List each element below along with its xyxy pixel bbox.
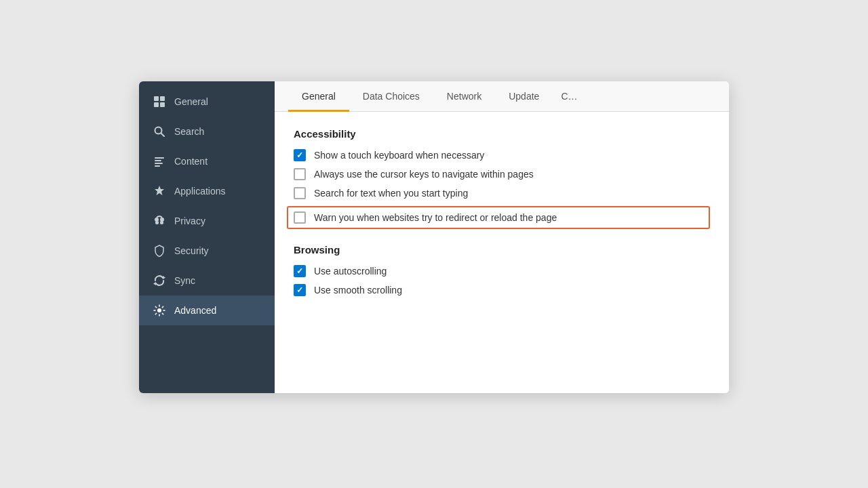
general-icon <box>153 95 166 108</box>
tab-more: C… <box>553 81 585 111</box>
browsing-title: Browsing <box>294 244 710 256</box>
svg-rect-8 <box>155 163 163 164</box>
checkbox-touch-keyboard[interactable] <box>294 149 306 161</box>
sidebar-item-privacy-label: Privacy <box>174 216 205 226</box>
security-icon <box>153 244 166 258</box>
tab-general[interactable]: General <box>288 81 349 112</box>
checkbox-autoscrolling[interactable] <box>294 265 306 277</box>
option-smooth-scrolling[interactable]: Use smooth scrolling <box>294 284 710 296</box>
option-search-typing[interactable]: Search for text when you start typing <box>294 187 710 199</box>
applications-icon <box>153 184 166 198</box>
sidebar-item-applications-label: Applications <box>174 186 226 197</box>
option-touch-keyboard[interactable]: Show a touch keyboard when necessary <box>294 149 710 161</box>
checkbox-search-typing[interactable] <box>294 187 306 199</box>
sidebar-item-content-label: Content <box>174 156 208 167</box>
advanced-icon <box>153 304 166 317</box>
option-smooth-scrolling-label: Use smooth scrolling <box>314 285 402 296</box>
checkbox-warn-redirect[interactable] <box>294 211 306 224</box>
svg-rect-3 <box>160 102 165 107</box>
accessibility-title: Accessibility <box>294 128 710 140</box>
sidebar-item-security[interactable]: Security <box>139 236 275 266</box>
svg-rect-13 <box>160 221 163 224</box>
content-icon <box>153 155 166 168</box>
sync-icon <box>153 274 166 287</box>
sidebar-item-general[interactable]: General <box>139 87 275 117</box>
svg-marker-15 <box>153 282 156 285</box>
settings-window: General Search Content <box>139 81 729 393</box>
svg-marker-14 <box>163 276 165 279</box>
checkbox-cursor-keys[interactable] <box>294 168 306 180</box>
tab-update[interactable]: Update <box>495 81 553 112</box>
privacy-icon <box>153 214 166 228</box>
option-cursor-keys-label: Always use the cursor keys to navigate w… <box>314 169 534 180</box>
option-cursor-keys[interactable]: Always use the cursor keys to navigate w… <box>294 168 710 180</box>
svg-rect-1 <box>160 96 165 101</box>
sidebar-item-sync[interactable]: Sync <box>139 266 275 296</box>
option-warn-redirect-label: Warn you when websites try to redirect o… <box>314 212 557 223</box>
option-autoscrolling-label: Use autoscrolling <box>314 266 387 277</box>
svg-rect-0 <box>154 96 159 101</box>
sidebar-item-content[interactable]: Content <box>139 146 275 176</box>
svg-rect-9 <box>155 165 160 167</box>
checkbox-smooth-scrolling[interactable] <box>294 284 306 296</box>
tab-data-choices[interactable]: Data Choices <box>349 81 433 112</box>
tab-bar: General Data Choices Network Update C… <box>275 81 729 112</box>
sidebar-item-security-label: Security <box>174 245 209 256</box>
svg-line-5 <box>161 134 165 137</box>
sidebar-item-general-label: General <box>174 96 208 107</box>
sidebar-item-applications[interactable]: Applications <box>139 176 275 206</box>
svg-rect-6 <box>155 157 164 159</box>
svg-rect-7 <box>155 160 161 161</box>
svg-point-16 <box>157 308 161 312</box>
option-touch-keyboard-label: Show a touch keyboard when necessary <box>314 150 484 161</box>
sidebar-item-search-label: Search <box>174 126 204 137</box>
svg-rect-2 <box>154 102 159 107</box>
svg-rect-12 <box>155 221 159 224</box>
option-autoscrolling[interactable]: Use autoscrolling <box>294 265 710 277</box>
option-warn-redirect[interactable]: Warn you when websites try to redirect o… <box>287 206 710 229</box>
tab-network[interactable]: Network <box>433 81 495 112</box>
settings-content: Accessibility Show a touch keyboard when… <box>275 112 729 393</box>
sidebar-item-advanced-label: Advanced <box>174 305 216 316</box>
sidebar-item-search[interactable]: Search <box>139 117 275 146</box>
sidebar: General Search Content <box>139 81 275 393</box>
sidebar-item-privacy[interactable]: Privacy <box>139 206 275 236</box>
option-search-typing-label: Search for text when you start typing <box>314 188 468 199</box>
search-icon <box>153 125 166 138</box>
sidebar-item-advanced[interactable]: Advanced <box>139 296 275 325</box>
sidebar-item-sync-label: Sync <box>174 275 195 286</box>
main-content: General Data Choices Network Update C… A… <box>275 81 729 393</box>
